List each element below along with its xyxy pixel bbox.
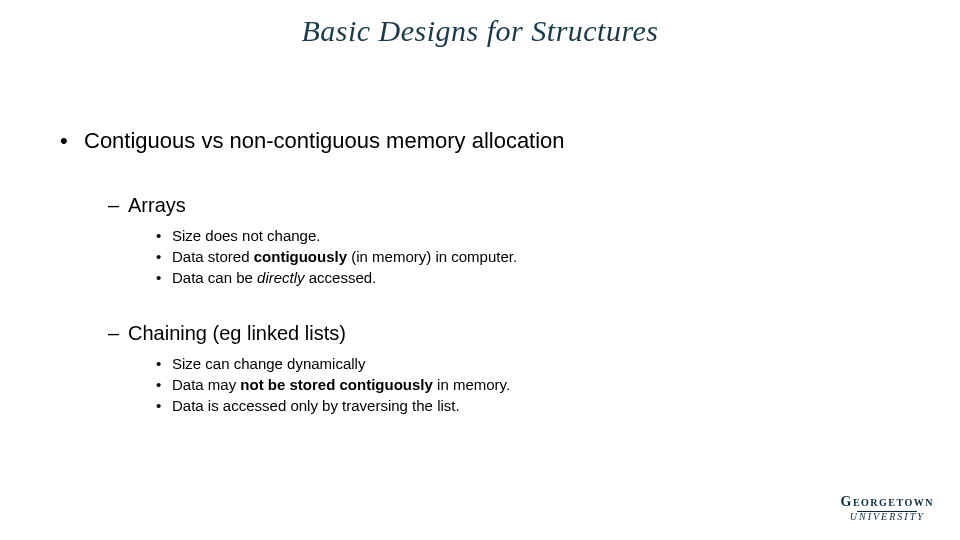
bullet-text: in memory.: [433, 376, 510, 393]
bullet-text: accessed.: [305, 269, 377, 286]
bullet-level2: –Arrays: [108, 194, 900, 217]
bullet-text: Data stored: [172, 248, 254, 265]
bullet-level3: •Data can be directly accessed.: [156, 267, 900, 288]
dash-marker: –: [108, 194, 128, 217]
dot-marker: •: [156, 267, 172, 288]
bullet-text: Data may: [172, 376, 240, 393]
bold-text: contiguously: [254, 248, 347, 265]
dot-marker: •: [156, 225, 172, 246]
dot-marker: •: [156, 395, 172, 416]
slide: Basic Designs for Structures •Contiguous…: [0, 0, 960, 540]
dash-marker: –: [108, 322, 128, 345]
georgetown-logo: Georgetown UNIVERSITY: [841, 494, 935, 522]
bullet-text: (in memory) in computer.: [347, 248, 517, 265]
logo-line2: UNIVERSITY: [841, 511, 935, 522]
bullet-marker: •: [60, 128, 84, 154]
logo-line1: Georgetown: [841, 494, 935, 510]
bullet-text: Size can change dynamically: [172, 355, 365, 372]
dot-marker: •: [156, 374, 172, 395]
bullet-text: Chaining (eg linked lists): [128, 322, 346, 344]
bullet-level3: •Data stored contiguously (in memory) in…: [156, 246, 900, 267]
bullet-level3: •Size does not change.: [156, 225, 900, 246]
bullet-level3: •Data may not be stored contiguously in …: [156, 374, 900, 395]
dot-marker: •: [156, 246, 172, 267]
bullet-text: Data can be: [172, 269, 257, 286]
content-area: •Contiguous vs non-contiguous memory all…: [60, 128, 900, 450]
bullet-level3: •Data is accessed only by traversing the…: [156, 395, 900, 416]
bullet-text: Contiguous vs non-contiguous memory allo…: [84, 128, 565, 153]
chaining-block: –Chaining (eg linked lists) •Size can ch…: [60, 322, 900, 416]
bullet-level2: –Chaining (eg linked lists): [108, 322, 900, 345]
bullet-level3: •Size can change dynamically: [156, 353, 900, 374]
italic-text: directly: [257, 269, 305, 286]
bullet-text: Size does not change.: [172, 227, 320, 244]
bold-text: not be stored contiguously: [240, 376, 433, 393]
bullet-level1: •Contiguous vs non-contiguous memory all…: [60, 128, 900, 154]
bullet-text: Arrays: [128, 194, 186, 216]
arrays-block: –Arrays •Size does not change. •Data sto…: [60, 194, 900, 288]
bullet-text: Data is accessed only by traversing the …: [172, 397, 460, 414]
page-title: Basic Designs for Structures: [0, 14, 960, 48]
dot-marker: •: [156, 353, 172, 374]
